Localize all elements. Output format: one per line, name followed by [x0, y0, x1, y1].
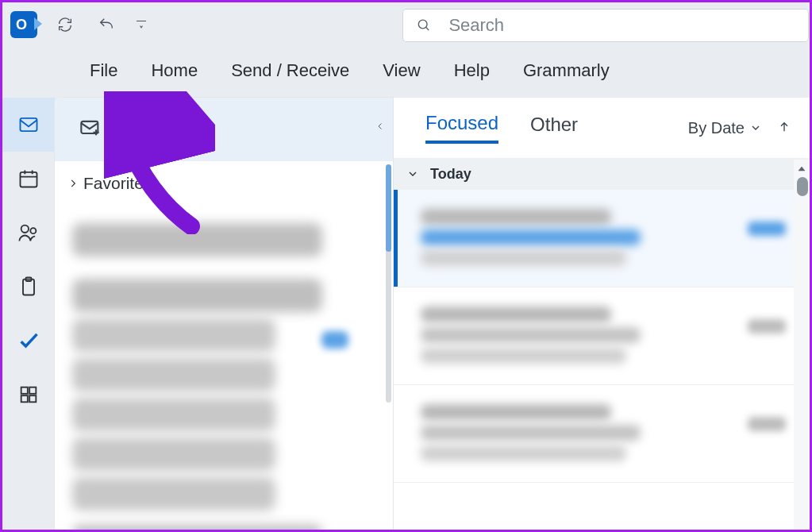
check-icon — [17, 330, 40, 352]
svg-rect-7 — [21, 387, 28, 394]
svg-rect-8 — [29, 387, 36, 394]
ribbon-tab-help[interactable]: Help — [454, 60, 490, 81]
ribbon-tab-sendrecv[interactable]: Send / Receive — [231, 60, 349, 81]
navigation-rail — [2, 98, 55, 530]
rail-people[interactable] — [2, 206, 55, 260]
svg-rect-1 — [21, 118, 37, 131]
sort-direction-button[interactable] — [778, 119, 791, 137]
svg-rect-10 — [29, 395, 36, 402]
message-subject — [421, 229, 641, 245]
folder-item[interactable] — [72, 398, 275, 431]
outlook-logo: O — [10, 11, 37, 38]
account-item[interactable] — [72, 525, 322, 532]
folder-item[interactable] — [72, 477, 275, 511]
message-subject — [421, 425, 641, 441]
svg-rect-9 — [21, 395, 28, 402]
message-item[interactable] — [394, 385, 810, 483]
folder-scrollbar-thumb[interactable] — [386, 164, 391, 252]
chevron-right-icon — [67, 178, 79, 189]
undo-icon — [98, 16, 115, 33]
unread-badge — [321, 331, 348, 349]
favorites-label: Favorites — [83, 174, 152, 193]
svg-point-3 — [21, 226, 29, 233]
rail-tasks[interactable] — [2, 314, 55, 368]
message-sender — [421, 404, 611, 420]
calendar-icon — [17, 168, 40, 190]
ribbon-tab-view[interactable]: View — [383, 60, 420, 81]
ribbon-tab-file[interactable]: File — [90, 60, 117, 81]
new-email-icon — [79, 117, 102, 142]
message-list-tabs: Focused Other By Date — [394, 98, 810, 158]
folder-pane: New Email Favorites — [55, 98, 393, 530]
sort-by-label: By Date — [688, 119, 745, 137]
sync-button[interactable] — [52, 11, 79, 38]
message-time — [748, 417, 786, 431]
ribbon-tab-home[interactable]: Home — [151, 60, 198, 81]
rail-notes[interactable] — [2, 260, 55, 314]
work-area: New Email Favorites Focused Other — [2, 98, 810, 530]
account-item[interactable] — [72, 279, 322, 312]
message-list-pane: Focused Other By Date Today — [393, 98, 810, 530]
message-preview — [421, 348, 626, 364]
mail-icon — [17, 114, 40, 136]
message-time — [748, 319, 786, 333]
ribbon-tab-grammarly[interactable]: Grammarly — [523, 60, 610, 81]
search-input[interactable] — [447, 14, 795, 37]
collapse-folder-pane[interactable] — [375, 120, 385, 134]
message-item[interactable] — [394, 190, 810, 287]
undo-button[interactable] — [93, 11, 120, 38]
rail-mail[interactable] — [2, 98, 55, 152]
svg-rect-2 — [21, 172, 37, 187]
new-email-button[interactable]: New Email — [55, 98, 393, 161]
clipboard-icon — [17, 276, 40, 298]
message-preview — [421, 250, 626, 266]
apps-icon — [17, 384, 40, 406]
scroll-up-icon[interactable] — [797, 163, 806, 177]
sort-by-button[interactable]: By Date — [688, 119, 762, 137]
arrow-up-icon — [778, 121, 791, 133]
rail-apps[interactable] — [2, 368, 55, 422]
search-icon — [417, 17, 431, 33]
group-header-today[interactable]: Today — [394, 158, 810, 190]
folder-item[interactable] — [72, 358, 275, 391]
svg-point-0 — [418, 20, 427, 29]
new-email-label: New Email — [117, 118, 208, 141]
ribbon-tabs: File Home Send / Receive View Help Gramm… — [2, 47, 810, 94]
message-sender — [421, 209, 611, 225]
svg-point-4 — [30, 228, 36, 233]
message-scrollbar[interactable] — [794, 160, 810, 530]
tab-other[interactable]: Other — [530, 114, 578, 142]
folder-item[interactable] — [72, 318, 275, 352]
chevron-down-icon — [134, 16, 148, 33]
sync-icon — [56, 16, 74, 33]
message-time — [748, 222, 786, 236]
group-header-label: Today — [430, 166, 471, 183]
chevron-down-icon — [406, 168, 419, 180]
scrollbar-thumb[interactable] — [797, 177, 808, 196]
chevron-down-icon — [749, 121, 762, 134]
search-box[interactable] — [402, 9, 809, 42]
favorites-header[interactable]: Favorites — [55, 161, 393, 206]
folder-item[interactable] — [72, 438, 275, 471]
message-sender — [421, 306, 611, 322]
message-preview — [421, 445, 626, 461]
rail-calendar[interactable] — [2, 152, 55, 206]
tab-focused[interactable]: Focused — [425, 112, 498, 144]
account-item[interactable] — [72, 223, 322, 256]
chevron-left-icon — [375, 121, 385, 131]
message-subject — [421, 327, 641, 343]
quick-access-more-button[interactable] — [134, 11, 148, 38]
message-item[interactable] — [394, 287, 810, 385]
people-icon — [17, 222, 40, 244]
